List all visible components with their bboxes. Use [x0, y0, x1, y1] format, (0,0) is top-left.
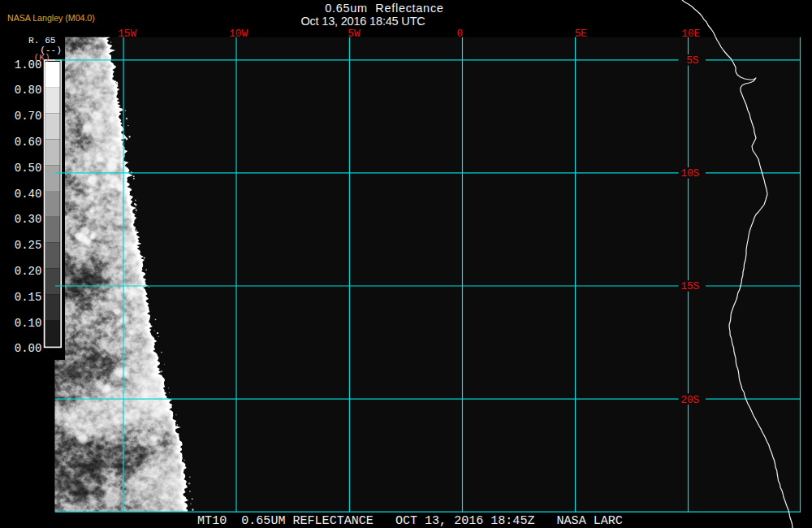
svg-text:0.50: 0.50	[15, 162, 42, 175]
svg-text:5E: 5E	[575, 28, 587, 40]
svg-text:0.15: 0.15	[15, 291, 42, 304]
svg-text:0.20: 0.20	[15, 265, 42, 278]
svg-text:0.80: 0.80	[15, 84, 42, 97]
svg-text:10S: 10S	[680, 167, 699, 180]
svg-text:15S: 15S	[680, 280, 699, 292]
svg-text:0.70: 0.70	[15, 110, 42, 123]
svg-text:0.10: 0.10	[15, 317, 42, 330]
svg-text:MT10 0.65UM REFLECTANCE OCT: MT10 0.65UM REFLECTANCE OCT 13, 2016 18:…	[197, 513, 623, 528]
svg-text:5W: 5W	[348, 28, 361, 40]
svg-text:(K): (K)	[34, 53, 50, 63]
svg-text:5S: 5S	[686, 54, 698, 67]
svg-text:NASA Langley (M04.0): NASA Langley (M04.0)	[7, 13, 95, 23]
svg-text:10W: 10W	[229, 28, 248, 40]
svg-text:0.60: 0.60	[15, 136, 42, 149]
svg-text:0.25: 0.25	[15, 239, 42, 252]
svg-text:Oct 13, 2016 18:45 UTC: Oct 13, 2016 18:45 UTC	[300, 15, 425, 28]
svg-text:10E: 10E	[681, 28, 700, 40]
svg-text:0.40: 0.40	[15, 188, 42, 201]
svg-text:15W: 15W	[118, 28, 136, 40]
svg-text:0.30: 0.30	[15, 213, 42, 226]
svg-text:0.00: 0.00	[15, 342, 42, 355]
svg-text:20S: 20S	[680, 394, 699, 406]
svg-text:0.65um Reflectance: 0.65um Reflectance	[325, 2, 443, 15]
svg-text:R. 65: R. 65	[28, 36, 56, 45]
svg-text:0: 0	[457, 28, 464, 40]
